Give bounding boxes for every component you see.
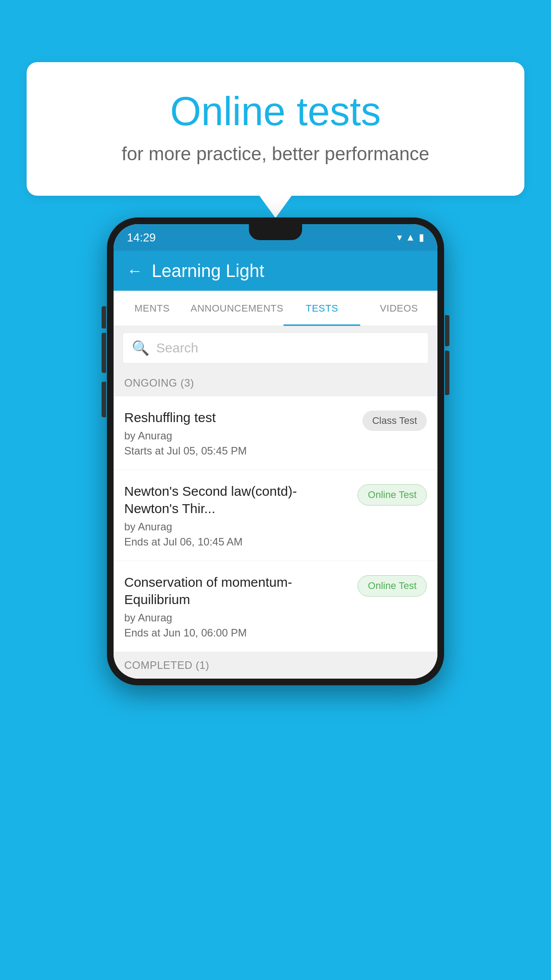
test-badge-1: Class Test [362, 411, 427, 431]
speech-bubble-subtitle: for more practice, better performance [62, 143, 489, 165]
tab-ments[interactable]: MENTS [114, 291, 191, 326]
phone-notch [249, 224, 302, 240]
search-input-container[interactable]: 🔍 Search [122, 332, 429, 364]
search-placeholder: Search [156, 340, 198, 356]
speech-bubble-title: Online tests [62, 89, 489, 134]
tabs: MENTS ANNOUNCEMENTS TESTS VIDEOS [114, 291, 437, 326]
test-name-3: Conservation of momentum-Equilibrium [124, 573, 349, 608]
test-item-2[interactable]: Newton's Second law(contd)-Newton's Thir… [114, 470, 437, 561]
signal-icon: ▲ [405, 232, 415, 243]
test-date-2: Ends at Jul 06, 10:45 AM [124, 536, 349, 548]
tab-videos[interactable]: VIDEOS [360, 291, 437, 326]
phone-left-button-3 [102, 382, 106, 417]
phone-container: 14:29 ▾ ▲ ▮ ← Learning Light MENTS ANNOU… [107, 217, 444, 685]
test-date-3: Ends at Jun 10, 06:00 PM [124, 627, 349, 639]
status-time: 14:29 [127, 231, 156, 245]
ongoing-section-title: ONGOING (3) [124, 377, 194, 389]
phone-left-button-2 [102, 337, 106, 373]
wifi-icon: ▾ [397, 232, 402, 243]
app-header: ← Learning Light [114, 251, 437, 291]
test-author-1: by Anurag [124, 430, 354, 442]
test-badge-3: Online Test [358, 575, 427, 597]
phone-screen: 14:29 ▾ ▲ ▮ ← Learning Light MENTS ANNOU… [114, 224, 437, 679]
back-button[interactable]: ← [127, 261, 143, 280]
battery-icon: ▮ [419, 232, 424, 243]
phone: 14:29 ▾ ▲ ▮ ← Learning Light MENTS ANNOU… [107, 217, 444, 685]
phone-left-button-1 [102, 306, 106, 328]
test-author-2: by Anurag [124, 521, 349, 533]
test-name-2: Newton's Second law(contd)-Newton's Thir… [124, 482, 349, 517]
completed-section-header: COMPLETED (1) [114, 652, 437, 679]
test-badge-2: Online Test [358, 484, 427, 506]
ongoing-section-header: ONGOING (3) [114, 370, 437, 396]
test-item-3[interactable]: Conservation of momentum-Equilibrium by … [114, 561, 437, 652]
test-item-1[interactable]: Reshuffling test by Anurag Starts at Jul… [114, 396, 437, 470]
speech-bubble-container: Online tests for more practice, better p… [27, 62, 524, 196]
app-title: Learning Light [152, 261, 264, 281]
test-info-1: Reshuffling test by Anurag Starts at Jul… [124, 409, 362, 457]
status-icons: ▾ ▲ ▮ [397, 232, 424, 243]
search-bar: 🔍 Search [114, 326, 437, 370]
tab-announcements[interactable]: ANNOUNCEMENTS [191, 291, 283, 326]
test-info-3: Conservation of momentum-Equilibrium by … [124, 573, 358, 639]
test-author-3: by Anurag [124, 612, 349, 624]
test-name-1: Reshuffling test [124, 409, 354, 426]
test-info-2: Newton's Second law(contd)-Newton's Thir… [124, 482, 358, 548]
phone-right-button [445, 315, 449, 346]
completed-section-title: COMPLETED (1) [124, 659, 209, 671]
test-date-1: Starts at Jul 05, 05:45 PM [124, 445, 354, 457]
tab-tests[interactable]: TESTS [283, 291, 361, 326]
test-list: Reshuffling test by Anurag Starts at Jul… [114, 396, 437, 652]
speech-bubble: Online tests for more practice, better p… [27, 62, 524, 196]
search-icon: 🔍 [132, 340, 150, 356]
